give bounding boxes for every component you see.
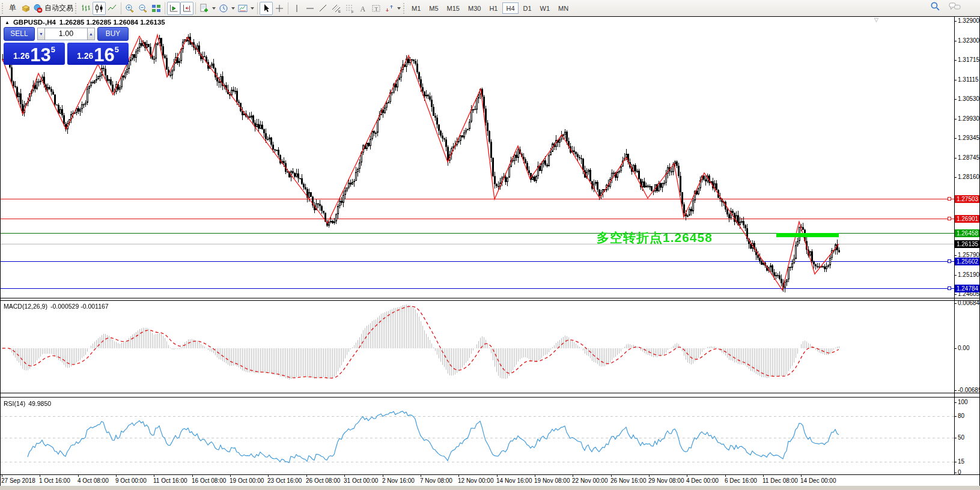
time-axis-label: 23 Oct 16:00 <box>267 477 302 484</box>
autotrading-button[interactable]: 自动交易 <box>32 2 74 15</box>
price-axis-label: 1.28745 <box>958 154 979 161</box>
sell-button[interactable]: SELL <box>4 27 35 41</box>
pane-splitter-macd[interactable] <box>0 300 980 301</box>
rsi-value: 49.9850 <box>28 400 51 407</box>
timeframe-m5[interactable]: M5 <box>425 2 442 14</box>
volume-input[interactable] <box>45 28 87 40</box>
periods-button[interactable] <box>217 2 230 15</box>
cursor-icon <box>261 4 271 13</box>
rsi-canvas[interactable] <box>0 398 954 474</box>
text-label-button[interactable]: T <box>370 2 383 15</box>
trendline-icon <box>318 4 328 13</box>
line-chart-button[interactable] <box>106 2 119 15</box>
auto-scroll-button[interactable] <box>167 2 180 15</box>
time-axis-label: 4 Dec 00:00 <box>686 477 719 484</box>
arrows-button[interactable] <box>383 2 396 15</box>
svg-text:T: T <box>375 5 379 11</box>
templates-dropdown[interactable] <box>249 2 255 15</box>
timeframe-m15[interactable]: M15 <box>443 2 463 14</box>
buy-price-pip: 5 <box>115 45 119 54</box>
collapse-icon[interactable]: ▲ <box>5 20 10 25</box>
indicators-dropdown[interactable] <box>211 2 217 15</box>
text-button[interactable]: A <box>356 2 370 15</box>
mt4-window: 单 自动交易 E F A T <box>0 0 980 490</box>
crosshair-icon <box>275 4 284 13</box>
clock-icon <box>219 4 228 13</box>
pane-splitter-rsi[interactable] <box>0 393 980 393</box>
candlestick-chart-button[interactable] <box>93 2 106 15</box>
line-handle[interactable] <box>948 217 951 220</box>
time-axis-label: 6 Dec 16:00 <box>725 477 757 484</box>
price-badge: 1.27503 <box>955 195 980 203</box>
buy-button[interactable]: BUY <box>97 27 129 41</box>
vertical-line-button[interactable] <box>290 2 303 15</box>
channel-icon: E <box>332 4 341 13</box>
arrows-dropdown[interactable] <box>396 2 402 15</box>
chart-shift-button[interactable] <box>180 2 193 15</box>
zoom-out-button[interactable] <box>136 2 150 15</box>
periods-dropdown[interactable] <box>230 2 236 15</box>
templates-button[interactable] <box>236 2 249 15</box>
pane-splitter-macd[interactable] <box>0 298 980 298</box>
fibonacci-button[interactable]: F <box>343 2 356 15</box>
indicators-button[interactable] <box>198 2 211 15</box>
sell-price-pip: 5 <box>51 45 55 54</box>
new-order-button[interactable]: 单 <box>6 2 19 15</box>
bar-chart-icon <box>81 4 91 13</box>
time-axis-line <box>0 474 980 475</box>
line-handle[interactable] <box>948 197 951 201</box>
timeframe-h1[interactable]: H1 <box>485 2 501 14</box>
toolbar-grip <box>403 3 406 14</box>
timeframe-m1[interactable]: M1 <box>408 2 424 14</box>
timeframe-h4[interactable]: H4 <box>502 2 518 14</box>
volume-down-button[interactable]: ▼ <box>37 28 45 40</box>
chart-title: ▲ GBPUSD-,H4 1.26285 1.26285 1.26084 1.2… <box>5 19 165 26</box>
horizontal-line-button[interactable] <box>303 2 317 15</box>
time-axis-label: 26 Nov 16:00 <box>610 477 647 484</box>
time-axis-label: 11 Oct 16:00 <box>153 477 187 484</box>
sell-price-box[interactable]: 1.26 13 5 <box>4 43 65 65</box>
trendline-button[interactable] <box>317 2 330 15</box>
timeframe-d1[interactable]: D1 <box>520 2 535 14</box>
time-axis-label: 11 Dec 08:00 <box>762 477 798 484</box>
time-axis-label: 22 Nov 00:00 <box>572 477 608 484</box>
time-axis-label: 9 Oct 00:00 <box>115 477 147 484</box>
price-badge: 1.25602 <box>955 258 980 265</box>
buy-price-box[interactable]: 1.26 16 5 <box>67 43 129 65</box>
cursor-button[interactable] <box>260 2 273 15</box>
search-icon[interactable] <box>930 1 940 14</box>
rsi-axis-label: 80 <box>958 413 964 419</box>
chart-text-annotation[interactable]: 多空转折点1.26458 <box>597 229 713 246</box>
timeframe-m30[interactable]: M30 <box>464 2 484 14</box>
svg-text:A: A <box>361 4 366 13</box>
time-axis-label: 12 Nov 00:00 <box>458 477 494 484</box>
buy-price-prefix: 1.26 <box>77 51 93 61</box>
pane-splitter-rsi[interactable] <box>0 397 980 398</box>
chart-left-border <box>0 16 1 486</box>
rsi-axis-label: 50 <box>958 434 964 441</box>
macd-canvas[interactable] <box>0 301 954 393</box>
channel-button[interactable]: E <box>330 2 343 15</box>
volume-up-button[interactable]: ▲ <box>87 28 95 40</box>
chat-icon[interactable] <box>949 1 961 14</box>
line-handle[interactable] <box>948 286 951 290</box>
timeframe-mn[interactable]: MN <box>555 2 572 14</box>
timeframe-w1[interactable]: W1 <box>537 2 554 14</box>
crosshair-button[interactable] <box>273 2 286 15</box>
line-handle[interactable] <box>948 259 951 263</box>
macd-values: -0.000529 -0.001167 <box>50 303 109 310</box>
one-click-trading-panel: SELL ▼ ▲ BUY 1.26 13 5 1.26 16 5 <box>4 26 131 65</box>
price-axis-label: 1.29930 <box>958 115 979 122</box>
bar-chart-button[interactable] <box>79 2 93 15</box>
zoom-in-button[interactable] <box>123 2 136 15</box>
tile-windows-button[interactable] <box>150 2 163 15</box>
price-badge: 1.26135 <box>955 240 980 248</box>
chart-shift-marker[interactable]: ▽ <box>874 17 878 23</box>
price-chart-canvas[interactable] <box>0 17 954 298</box>
market-depth-button[interactable] <box>19 2 32 15</box>
toolbar-separator <box>288 2 288 14</box>
macd-name: MACD(12,26,9) <box>4 303 47 310</box>
toolbar: 单 自动交易 E F A T <box>0 0 980 16</box>
horizontal-line-icon <box>305 4 315 13</box>
chart-top-border <box>0 16 980 17</box>
